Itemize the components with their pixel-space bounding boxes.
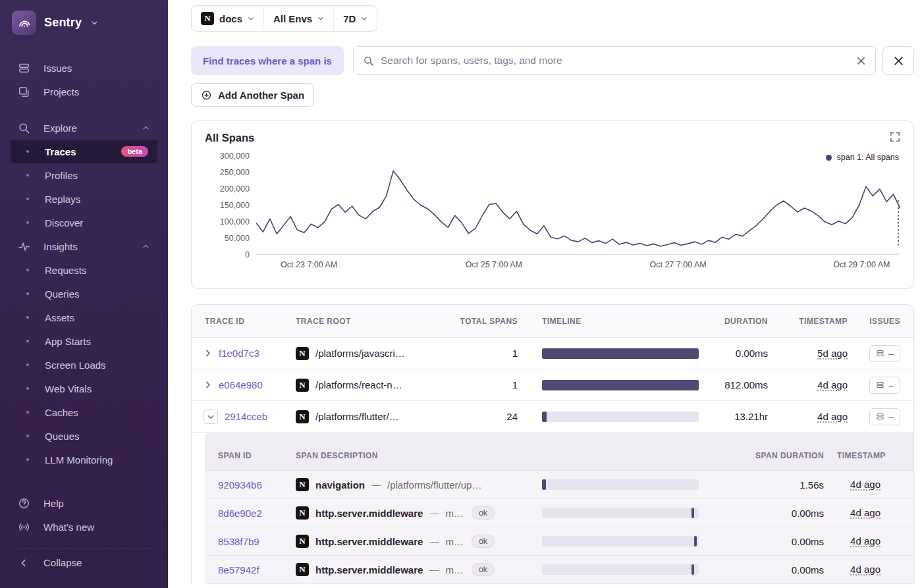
date-range-selector[interactable]: 7D	[333, 6, 377, 31]
span-row[interactable]: 8e57942f N http.server.middleware — m… o…	[205, 556, 913, 584]
span-id-link[interactable]: 8e57942f	[205, 564, 290, 575]
col-span-timestamp: TIMESTAMP	[837, 451, 913, 460]
add-another-span-button[interactable]: Add Another Span	[191, 83, 314, 107]
duration-value: 13.21hr	[702, 411, 781, 422]
sidebar-item-screen-loads[interactable]: Screen Loads	[11, 353, 157, 377]
chevron-down-icon	[248, 15, 254, 22]
issues-count: –	[888, 348, 894, 359]
span-timestamp-value[interactable]: 4d ago	[850, 535, 881, 547]
sidebar-item-replays[interactable]: Replays	[11, 187, 157, 211]
total-spans-value: 1	[458, 348, 531, 359]
project-name: docs	[219, 13, 242, 24]
environment-selector[interactable]: All Envs	[263, 6, 333, 31]
sidebar-item-label: App Starts	[45, 336, 91, 347]
issues-icon	[876, 412, 884, 421]
sidebar-item-discover[interactable]: Discover	[11, 211, 157, 234]
sidebar-item-label: Projects	[43, 86, 79, 97]
sidebar-section-explore[interactable]: Explore	[11, 116, 157, 140]
span-timeline-bar	[694, 536, 697, 547]
x-tick-label: Oct 23 7:00 AM	[281, 260, 337, 269]
col-timestamp: TIMESTAMP	[781, 317, 857, 326]
span-id-link[interactable]: 920934b6	[205, 479, 290, 491]
sidebar-item-label: Queues	[45, 431, 80, 442]
x-tick-label: Oct 25 7:00 AM	[466, 260, 522, 269]
trace-id-link[interactable]: e064e980	[219, 379, 263, 390]
timestamp-value[interactable]: 5d ago	[817, 348, 848, 359]
collapse-chevron-icon[interactable]	[203, 410, 218, 424]
trace-id-link[interactable]: 2914cceb	[225, 411, 267, 422]
chart-plot[interactable]	[256, 156, 900, 255]
span-timestamp-value[interactable]: 4d ago	[850, 507, 881, 518]
timestamp-value[interactable]: 4d ago	[817, 379, 848, 390]
span-id-link[interactable]: 8538f7b9	[205, 536, 290, 547]
x-tick-label: Oct 29 7:00 AM	[833, 260, 890, 269]
span-timestamp-value[interactable]: 4d ago	[850, 479, 881, 490]
chart-title: All Spans	[205, 132, 254, 144]
total-spans-value: 1	[458, 379, 531, 390]
issues-count: –	[888, 380, 894, 390]
platform-icon: N	[296, 379, 309, 392]
span-duration-value: 0.00ms	[738, 536, 837, 547]
sidebar-item-app-starts[interactable]: App Starts	[11, 329, 157, 353]
span-row[interactable]: 8d6e90e2 N http.server.middleware — m… o…	[205, 499, 913, 527]
sidebar-item-projects[interactable]: Projects	[11, 80, 157, 103]
span-duration-value: 0.00ms	[738, 508, 837, 519]
sidebar-item-whats-new[interactable]: What's new	[11, 515, 157, 539]
sidebar-item-profiles[interactable]: Profiles	[11, 163, 157, 187]
sidebar-item-assets[interactable]: Assets	[11, 306, 157, 329]
sidebar-item-label: Requests	[45, 265, 86, 276]
col-trace-id: TRACE ID	[192, 317, 290, 326]
span-row[interactable]: 8538f7b9 N http.server.middleware — m… o…	[205, 527, 913, 556]
sidebar-item-requests[interactable]: Requests	[11, 258, 157, 282]
org-switcher[interactable]: Sentry	[0, 0, 168, 38]
timestamp-value[interactable]: 4d ago	[817, 411, 848, 422]
sidebar-item-queues[interactable]: Queues	[11, 424, 157, 448]
duration-value: 812.00ms	[702, 379, 781, 390]
all-spans-chart-panel: All Spans span 1: All spans 050,000100,0…	[191, 120, 914, 289]
span-search-input[interactable]	[381, 55, 850, 67]
expand-chevron-icon[interactable]	[203, 381, 212, 389]
clear-search-icon[interactable]	[856, 56, 866, 66]
sidebar-item-caches[interactable]: Caches	[11, 400, 157, 424]
span-timeline-track	[542, 564, 699, 575]
separator: —	[429, 508, 439, 518]
span-timeline-track	[542, 536, 699, 547]
sidebar-item-web-vitals[interactable]: Web Vitals	[11, 377, 157, 400]
issues-button[interactable]: –	[869, 345, 900, 362]
span-row[interactable]: 920934b6 N navigation — /platforms/flutt…	[205, 471, 913, 499]
span-op: http.server.middleware	[315, 564, 423, 575]
chevron-up-icon[interactable]	[142, 243, 149, 250]
expand-chevron-icon[interactable]	[203, 349, 212, 358]
fullscreen-icon[interactable]	[890, 132, 900, 142]
sidebar-item-llm-monitoring[interactable]: LLM Monitoring	[11, 448, 157, 471]
sidebar-item-traces[interactable]: Traces beta	[11, 140, 157, 163]
timeline-bar	[542, 380, 699, 390]
sidebar-section-insights[interactable]: Insights	[11, 234, 157, 258]
y-tick-label: 0	[245, 250, 250, 259]
col-span-duration: SPAN DURATION	[738, 451, 837, 460]
table-row[interactable]: e064e980 N /platforms/react-n… 1 812.00m…	[192, 369, 913, 401]
timeline-bar	[542, 348, 699, 359]
col-span-id: SPAN ID	[205, 451, 290, 460]
trace-id-link[interactable]: f1e0d7c3	[219, 348, 259, 359]
span-timestamp-value[interactable]: 4d ago	[850, 564, 881, 575]
issues-button[interactable]: –	[869, 408, 900, 425]
sidebar-collapse-button[interactable]: Collapse	[11, 548, 157, 572]
span-op: http.server.middleware	[315, 536, 423, 547]
project-selector[interactable]: N docs	[192, 6, 263, 31]
page-filter-bar: N docs All Envs 7D	[191, 5, 377, 32]
chevron-up-icon[interactable]	[142, 124, 149, 132]
find-traces-button[interactable]: Find traces where a span is	[191, 46, 344, 75]
sidebar-item-queries[interactable]: Queries	[11, 282, 157, 306]
separator: —	[371, 479, 381, 490]
sidebar-item-help[interactable]: Help	[11, 491, 157, 515]
y-tick-label: 200,000	[220, 184, 250, 194]
sidebar-item-issues[interactable]: Issues	[11, 56, 157, 80]
sidebar-item-label: Assets	[45, 312, 74, 323]
table-row-expanded[interactable]: 2914cceb N /platforms/flutter/… 24 13.21…	[192, 401, 913, 433]
span-timeline-bar	[692, 508, 694, 518]
issues-button[interactable]: –	[869, 377, 900, 394]
remove-span-filter-button[interactable]	[882, 46, 914, 75]
table-row[interactable]: f1e0d7c3 N /platforms/javascri… 1 0.00ms…	[192, 338, 913, 369]
span-id-link[interactable]: 8d6e90e2	[205, 508, 290, 519]
